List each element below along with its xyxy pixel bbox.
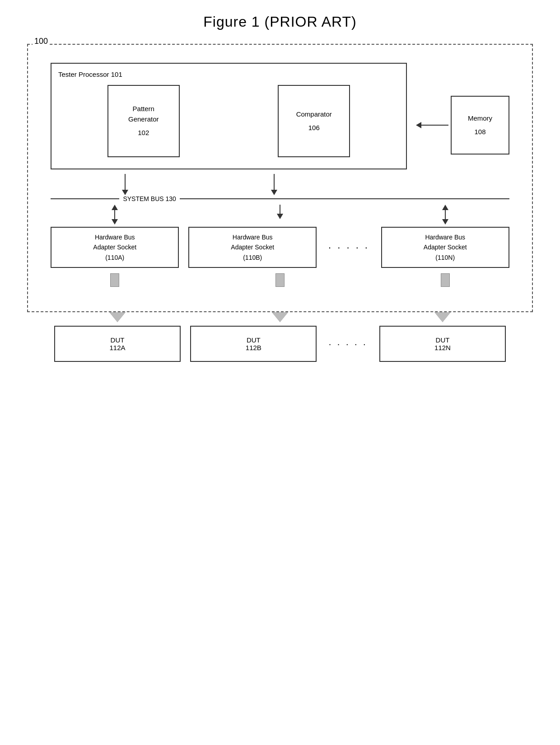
bus-adapter-arrow-center (216, 205, 344, 225)
system-label: 100 (33, 37, 50, 46)
bus-line-right (180, 198, 509, 199)
pattern-generator-line1: Pattern (133, 104, 154, 114)
arrow-head-up-left-icon (112, 205, 118, 210)
arrow-head-down-right-icon (442, 219, 448, 225)
arrow-vert-line-center (280, 205, 280, 214)
memory-line1: Memory (468, 113, 492, 124)
big-arrow-area-right (381, 272, 509, 289)
comparator-number: 106 (308, 123, 320, 133)
adapter-110a-text: Hardware BusAdapter Socket(110A) (93, 232, 136, 262)
outer-dashed-box: 100 Tester Processor 101 Pattern Generat… (27, 44, 533, 312)
dut-box-112a: DUT 112A (54, 326, 181, 362)
arrow-vert-line-left (114, 210, 115, 219)
adapter-box-110a: Hardware BusAdapter Socket(110A) (51, 227, 179, 268)
dut-unit-112a: DUT 112A (54, 326, 181, 362)
memory-number: 108 (474, 127, 485, 137)
arrow-line-comp (274, 174, 275, 190)
inner-boxes-row: Pattern Generator 102 Comparator 106 (58, 85, 399, 157)
dut-row: DUT 112A DUT 112B · · · · · DUT 112N (54, 326, 506, 362)
arrow-head-down-left-icon (112, 219, 118, 225)
pattern-generator-line2: Generator (128, 114, 159, 125)
comp-to-bus-arrow (271, 174, 277, 195)
big-arrow-shaft-center (275, 273, 285, 287)
big-arrowhead-left-icon (109, 312, 126, 322)
adapter-110n-text: Hardware BusAdapter Socket(110N) (424, 232, 467, 262)
adapter-to-dut-arrows-top (51, 272, 509, 289)
bus-adapter-arrow-right (381, 205, 509, 225)
tester-processor-box: Tester Processor 101 Pattern Generator 1… (51, 63, 407, 169)
pattern-generator-box: Pattern Generator 102 (107, 85, 180, 157)
big-arrowhead-center-area (217, 312, 343, 322)
big-arrow-shaft-left (110, 273, 119, 287)
bus-to-adapters-arrows (51, 205, 509, 225)
big-arrowhead-center-icon (272, 312, 288, 322)
arrow-head-down-center-icon (277, 214, 283, 219)
big-arrowhead-right-icon (434, 312, 451, 322)
tester-to-bus-arrows (51, 174, 349, 195)
double-arrow-right (442, 205, 448, 225)
adapter-unit-110a: Hardware BusAdapter Socket(110A) (51, 227, 179, 268)
adapter-box-110n: Hardware BusAdapter Socket(110N) (381, 227, 509, 268)
adapter-unit-110b: Hardware BusAdapter Socket(110B) (188, 227, 317, 268)
arrow-head-pg-icon (122, 190, 128, 195)
big-arrow-down-right (441, 273, 450, 287)
adapter-ellipsis: · · · · · (328, 242, 369, 253)
adapter-unit-110n: Hardware BusAdapter Socket(110N) (381, 227, 509, 268)
page-title: Figure 1 (PRIOR ART) (203, 14, 356, 30)
adapters-row: Hardware BusAdapter Socket(110A) Hardwar… (51, 227, 509, 268)
big-arrow-area-center (216, 272, 344, 289)
arrow-vert-line-right (445, 210, 446, 219)
arrow-down-center (277, 205, 283, 225)
arrow-head-left-icon (416, 122, 421, 128)
big-arrow-area-left (51, 272, 179, 289)
pg-to-bus-arrow (122, 174, 128, 195)
big-arrow-down-center (275, 273, 285, 287)
arrow-line-horiz (421, 125, 448, 126)
dut-unit-112n: DUT 112N (379, 326, 506, 362)
dut-number-112a: 112A (109, 344, 125, 351)
arrow-line-pg (125, 174, 126, 190)
system-bus-label: SYSTEM BUS 130 (119, 195, 180, 202)
comparator-box: Comparator 106 (278, 85, 350, 157)
system-bus-section: SYSTEM BUS 130 (51, 195, 509, 202)
dut-number-112b: 112B (246, 344, 261, 351)
memory-to-comparator-arrow (416, 122, 448, 128)
adapter-110b-text: Hardware BusAdapter Socket(110B) (231, 232, 274, 262)
bus-adapter-arrow-left (51, 205, 179, 225)
double-arrow-left (112, 205, 118, 225)
arrow-head-up-right-icon (442, 205, 448, 210)
dut-unit-112b: DUT 112B (190, 326, 317, 362)
adapter-box-110b: Hardware BusAdapter Socket(110B) (188, 227, 317, 268)
big-arrowhead-right-area (379, 312, 506, 322)
dut-box-112n: DUT 112N (379, 326, 506, 362)
dut-label-112a: DUT (111, 336, 125, 344)
big-arrow-shaft-right (441, 273, 450, 287)
system-bus-row: SYSTEM BUS 130 (51, 195, 509, 202)
dut-number-112n: 112N (434, 344, 451, 351)
dut-label-112n: DUT (436, 336, 450, 344)
tester-processor-label: Tester Processor 101 (58, 70, 399, 78)
dut-ellipsis: · · · · · (329, 339, 368, 349)
memory-box: Memory 108 (451, 96, 509, 155)
comparator-label: Comparator (296, 109, 332, 120)
big-arrowhead-left-area (54, 312, 181, 322)
bus-line-left (51, 198, 119, 199)
big-arrowheads-row (54, 312, 506, 322)
tester-mem-row: Tester Processor 101 Pattern Generator 1… (51, 63, 509, 169)
dut-box-112b: DUT 112B (190, 326, 317, 362)
big-arrow-down-left (110, 273, 119, 287)
dut-label-112b: DUT (247, 336, 261, 344)
pattern-generator-number: 102 (138, 128, 149, 138)
arrow-head-comp-icon (271, 190, 277, 195)
